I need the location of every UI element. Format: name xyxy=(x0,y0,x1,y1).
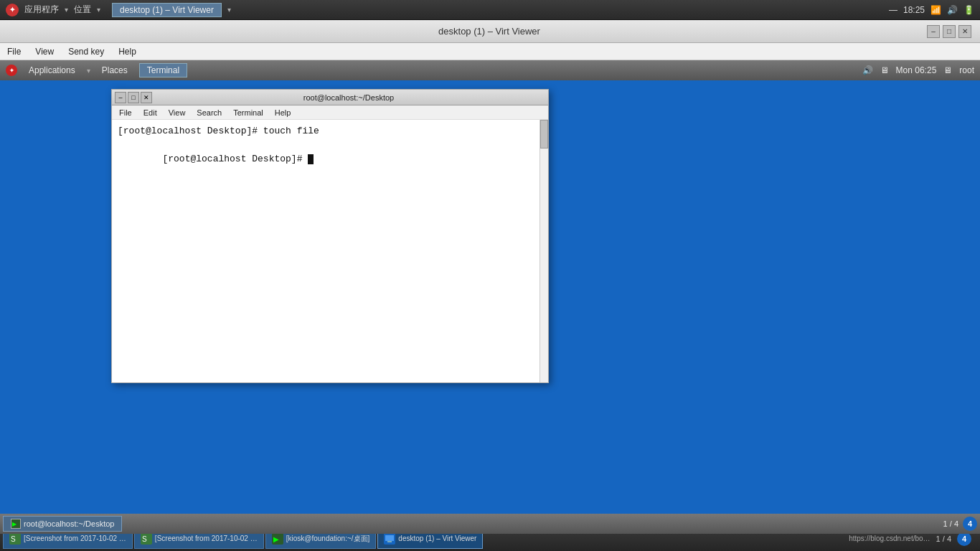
svg-text:▶: ▶ xyxy=(12,521,17,527)
svg-text:▶: ▶ xyxy=(273,535,279,543)
terminal-menubar: File Edit View Search Terminal Help xyxy=(112,105,548,120)
host-applications-menu[interactable]: 应用程序 xyxy=(24,4,59,16)
virt-viewer-title: desktop (1) – Virt Viewer xyxy=(438,26,540,37)
vm-app-arrow: ▾ xyxy=(87,67,90,75)
terminal-minimize-button[interactable]: – xyxy=(115,92,126,103)
virt-viewer-titlebar: desktop (1) – Virt Viewer – □ ✕ xyxy=(0,20,980,43)
terminal-menu-search[interactable]: Search xyxy=(194,108,225,118)
svg-text:S: S xyxy=(11,535,16,543)
terminal-prompt: [root@localhost Desktop]# xyxy=(162,154,308,164)
svg-text:S: S xyxy=(142,535,147,543)
vm-volume-icon: 🔊 xyxy=(862,65,873,75)
terminal-title: root@localhost:~/Desktop xyxy=(152,93,545,102)
host-taskbar-url: https://blog.csdn.net/bo… xyxy=(849,534,930,542)
terminal-scrollbar[interactable] xyxy=(540,120,548,382)
virt-maximize-button[interactable]: □ xyxy=(943,25,956,38)
terminal-line-1: [root@localhost Desktop]# touch file xyxy=(118,124,542,138)
host-app-icon: ✦ xyxy=(6,4,19,17)
terminal-menu-terminal[interactable]: Terminal xyxy=(230,108,266,118)
screenshot1-icon: S xyxy=(9,533,21,545)
host-time: 18:25 xyxy=(903,5,925,15)
terminal-maximize-button[interactable]: □ xyxy=(128,92,139,103)
vm-topbar: ✦ Applications ▾ Places Terminal 🔊 🖥 Mon… xyxy=(0,60,980,80)
terminal-menu-view[interactable]: View xyxy=(166,108,189,118)
vm-applications-menu[interactable]: Applications xyxy=(26,64,78,77)
vm-taskbar: ▶ root@localhost:~/Desktop 1 / 4 4 xyxy=(0,514,980,534)
vm-user: root xyxy=(959,65,974,75)
host-battery-icon: 🔋 xyxy=(963,5,974,15)
terminal-menu-file[interactable]: File xyxy=(116,108,135,118)
svg-rect-21 xyxy=(385,535,394,541)
virt-menu-view[interactable]: View xyxy=(31,45,58,58)
terminal-menu-edit[interactable]: Edit xyxy=(141,108,160,118)
terminal-cursor xyxy=(308,154,314,164)
virt-menu-help[interactable]: Help xyxy=(114,45,141,58)
terminal-window: – □ ✕ root@localhost:~/Desktop File Edit… xyxy=(111,89,549,383)
host-taskbar-page: 1 / 4 xyxy=(936,534,951,543)
vm-taskbar-page: 1 / 4 xyxy=(943,519,958,528)
host-loc-arrow: ▾ xyxy=(97,6,100,14)
host-wifi-icon: 📶 xyxy=(930,5,941,15)
virt-menu-file[interactable]: File xyxy=(3,45,25,58)
host-window-button[interactable]: desktop (1) – Virt Viewer xyxy=(112,3,222,17)
host-clock: — 18:25 📶 🔊 🔋 xyxy=(889,5,974,15)
terminal-titlebar: – □ ✕ root@localhost:~/Desktop xyxy=(112,90,548,105)
vm-workspace-badge[interactable]: 4 xyxy=(963,517,977,531)
vm-time: Mon 06:25 xyxy=(896,65,937,75)
terminal-body[interactable]: [root@localhost Desktop]# touch file [ro… xyxy=(112,120,548,382)
vm-taskbar-terminal-icon: ▶ xyxy=(11,519,21,529)
virt-close-button[interactable]: ✕ xyxy=(958,25,971,38)
terminal-menu-help[interactable]: Help xyxy=(272,108,294,118)
vm-places-menu[interactable]: Places xyxy=(99,64,131,77)
vm-taskbar-terminal[interactable]: ▶ root@localhost:~/Desktop xyxy=(3,516,122,532)
host-volume-icon: 🔊 xyxy=(947,5,958,15)
host-taskbar-virt-label: desktop (1) – Virt Viewer xyxy=(398,534,476,542)
vm-terminal-button[interactable]: Terminal xyxy=(139,63,187,77)
vm-display-icon: 🖥 xyxy=(880,65,889,75)
screenshot2-icon: S xyxy=(141,533,152,545)
host-taskbar-kiosk-label: [kiosk@foundation:~/桌面] xyxy=(286,534,370,544)
host-taskbar-screenshot2-label: [Screenshot from 2017-10-02 … xyxy=(155,534,258,542)
vm-network-icon: 🖥 xyxy=(943,65,952,75)
vm-display: ✦ Applications ▾ Places Terminal 🔊 🖥 Mon… xyxy=(0,60,980,534)
virt-menu-sendkey[interactable]: Send key xyxy=(64,45,108,58)
vm-taskbar-terminal-label: root@localhost:~/Desktop xyxy=(24,519,114,528)
virt-taskbar-icon xyxy=(384,533,395,545)
host-minimize-icon: — xyxy=(889,5,897,15)
host-taskbar-screenshot1-label: [Screenshot from 2017-10-02 … xyxy=(24,534,126,542)
kiosk-icon: ▶ xyxy=(272,533,283,545)
vm-topbar-right: 🔊 🖥 Mon 06:25 🖥 root xyxy=(862,65,974,75)
svg-rect-22 xyxy=(387,541,392,542)
vm-taskbar-right: 1 / 4 4 xyxy=(943,517,977,531)
terminal-close-button[interactable]: ✕ xyxy=(141,92,152,103)
host-app-arrow: ▾ xyxy=(65,6,68,14)
host-location-menu[interactable]: 位置 xyxy=(74,4,91,16)
host-window-arrow: ▾ xyxy=(227,6,231,14)
virt-minimize-button[interactable]: – xyxy=(927,25,940,38)
virt-viewer-controls: – □ ✕ xyxy=(927,25,971,38)
terminal-scrollbar-thumb[interactable] xyxy=(540,120,548,149)
terminal-line-2: [root@localhost Desktop]# xyxy=(118,138,542,181)
terminal-ctrl-btns: – □ ✕ xyxy=(115,92,152,103)
host-topbar: ✦ 应用程序 ▾ 位置 ▾ desktop (1) – Virt Viewer … xyxy=(0,0,980,20)
virt-menubar: File View Send key Help xyxy=(0,43,980,60)
vm-app-icon: ✦ xyxy=(6,65,17,76)
